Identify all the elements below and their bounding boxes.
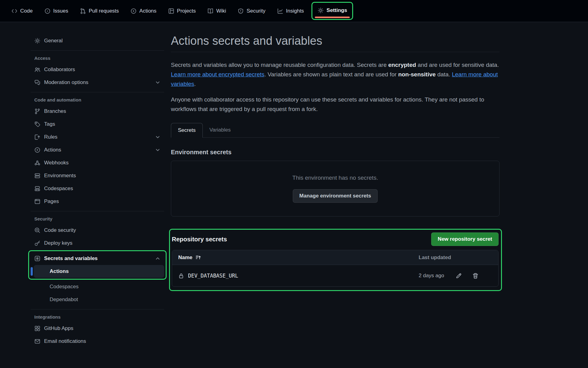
sidebar-item-github-apps[interactable]: GitHub Apps	[31, 322, 164, 335]
nav-tab-label: Pull requests	[89, 8, 119, 14]
pencil-icon	[455, 273, 462, 279]
nav-tab-code[interactable]: Code	[7, 0, 37, 22]
nav-tab-pull-requests[interactable]: Pull requests	[76, 0, 123, 22]
secret-last-updated: 2 days ago	[419, 273, 454, 279]
sidebar-item-tags[interactable]: Tags	[31, 118, 164, 131]
sidebar-item-rules[interactable]: Rules	[31, 131, 164, 144]
table-header-row: Name Last updated	[172, 250, 498, 265]
chevron-down-icon	[155, 80, 160, 85]
desc-text: data.	[436, 71, 452, 78]
sidebar-item-label: Webhooks	[44, 160, 160, 166]
manage-environment-secrets-button[interactable]: Manage environment secrets	[293, 189, 377, 203]
environment-secrets-heading: Environment secrets	[171, 149, 499, 156]
sidebar-item-email-notifications[interactable]: Email notifications	[31, 335, 164, 348]
tab-secrets[interactable]: Secrets	[171, 123, 203, 138]
column-header-last-updated-cell: Last updated	[419, 255, 498, 261]
sidebar-item-label: Actions	[50, 268, 69, 274]
mail-icon	[34, 338, 40, 344]
sidebar-item-label: Code security	[44, 227, 160, 233]
nav-tab-label: Settings	[326, 7, 347, 13]
sidebar-item-label: Actions	[44, 147, 151, 153]
edit-secret-button[interactable]	[454, 271, 463, 280]
sidebar-section-security: Security	[31, 216, 164, 221]
chevron-down-icon	[155, 134, 160, 140]
desc-text: .	[194, 81, 196, 87]
annotation-box-settings-tab: Settings	[311, 2, 353, 20]
environment-secrets-empty-text: This environment has no secrets.	[292, 174, 378, 181]
sidebar-item-label: Secrets and variables	[44, 255, 151, 262]
environment-secrets-box: This environment has no secrets. Manage …	[171, 161, 499, 217]
sidebar-item-webhooks[interactable]: Webhooks	[31, 156, 164, 169]
sidebar-section-integrations: Integrations	[31, 314, 164, 320]
new-repository-secret-button[interactable]: New repository secret	[431, 232, 499, 246]
secrets-variables-tabnav: Secrets Variables	[171, 123, 499, 138]
column-header-name[interactable]: Name	[178, 255, 419, 261]
sidebar-item-actions[interactable]: Actions	[31, 144, 164, 156]
trash-icon	[472, 273, 479, 279]
annotation-box-secrets-and-variables: Secrets and variables Actions	[28, 250, 167, 280]
sidebar-item-environments[interactable]: Environments	[31, 169, 164, 182]
sidebar-item-moderation-options[interactable]: Moderation options	[31, 76, 164, 89]
row-right-cell: 2 days ago	[419, 271, 498, 280]
sidebar-item-branches[interactable]: Branches	[31, 105, 164, 118]
nav-tab-label: Wiki	[216, 8, 226, 14]
sidebar-item-codespaces[interactable]: Codespaces	[31, 182, 164, 195]
gear-icon	[34, 38, 40, 44]
nav-tab-security[interactable]: Security	[234, 0, 269, 22]
git-branch-icon	[34, 108, 40, 114]
nav-tab-projects[interactable]: Projects	[164, 0, 200, 22]
project-icon	[168, 8, 174, 14]
sidebar-item-label: Dependabot	[50, 297, 78, 303]
annotation-box-repository-secrets: Repository secrets New repository secret…	[169, 229, 502, 291]
book-icon	[207, 8, 213, 14]
browser-icon	[34, 198, 40, 205]
chevron-up-icon	[155, 256, 160, 261]
comment-discussion-icon	[34, 79, 40, 86]
sidebar-item-general[interactable]: General	[31, 34, 164, 47]
sidebar-item-label: Deploy keys	[44, 240, 160, 246]
sidebar-item-collaborators[interactable]: Collaborators	[31, 63, 164, 76]
sidebar-item-label: Codespaces	[44, 186, 160, 192]
nav-tab-wiki[interactable]: Wiki	[203, 0, 230, 22]
sidebar-item-label: Pages	[44, 198, 160, 205]
sidebar-item-pages[interactable]: Pages	[31, 195, 164, 208]
repo-nav: Code Issues Pull requests Actions Projec…	[0, 0, 588, 22]
sidebar-subitem-codespaces[interactable]: Codespaces	[34, 280, 164, 293]
sidebar-item-secrets-and-variables[interactable]: Secrets and variables	[31, 252, 164, 265]
link-learn-encrypted-secrets[interactable]: Learn more about encrypted secrets	[171, 71, 264, 78]
sidebar-item-label: Tags	[44, 121, 160, 127]
desc-text: . Variables are shown as plain text and …	[264, 71, 398, 78]
sidebar-item-deploy-keys[interactable]: Deploy keys	[31, 237, 164, 250]
tab-variables[interactable]: Variables	[203, 123, 238, 137]
sidebar-section-access: Access	[31, 56, 164, 61]
secret-name: DEV_DATABASE_URL	[188, 273, 238, 279]
delete-secret-button[interactable]	[471, 271, 480, 280]
description-paragraph-1: Secrets and variables allow you to manag…	[171, 60, 499, 89]
secret-name-cell: DEV_DATABASE_URL	[178, 273, 419, 279]
git-pull-request-icon	[80, 8, 86, 14]
nav-tab-actions[interactable]: Actions	[126, 0, 160, 22]
sidebar-item-code-security[interactable]: Code security	[31, 224, 164, 237]
rules-icon	[34, 134, 40, 140]
nav-tab-label: Code	[20, 8, 33, 14]
sidebar-item-label: Environments	[44, 173, 160, 179]
gear-icon	[318, 7, 324, 13]
people-icon	[34, 67, 40, 73]
tag-icon	[34, 121, 40, 127]
issue-opened-icon	[44, 8, 51, 14]
nav-tab-label: Projects	[177, 8, 196, 14]
nav-tab-issues[interactable]: Issues	[40, 0, 72, 22]
nav-tab-insights[interactable]: Insights	[273, 0, 308, 22]
sidebar-item-label: Branches	[44, 108, 160, 114]
sidebar-item-label: Rules	[44, 134, 151, 140]
nav-tab-label: Insights	[286, 8, 304, 14]
sidebar-subitem-actions[interactable]: Actions	[34, 265, 164, 278]
sidebar-subitem-dependabot[interactable]: Dependabot	[34, 293, 164, 306]
page-title: Actions secrets and variables	[171, 34, 499, 52]
lock-icon	[178, 273, 184, 279]
sidebar-item-label: Moderation options	[44, 79, 151, 86]
selected-accent-bar	[31, 267, 33, 276]
sidebar-divider	[31, 92, 164, 92]
asterisk-box-icon	[34, 255, 40, 262]
column-header-label: Name	[178, 255, 192, 261]
